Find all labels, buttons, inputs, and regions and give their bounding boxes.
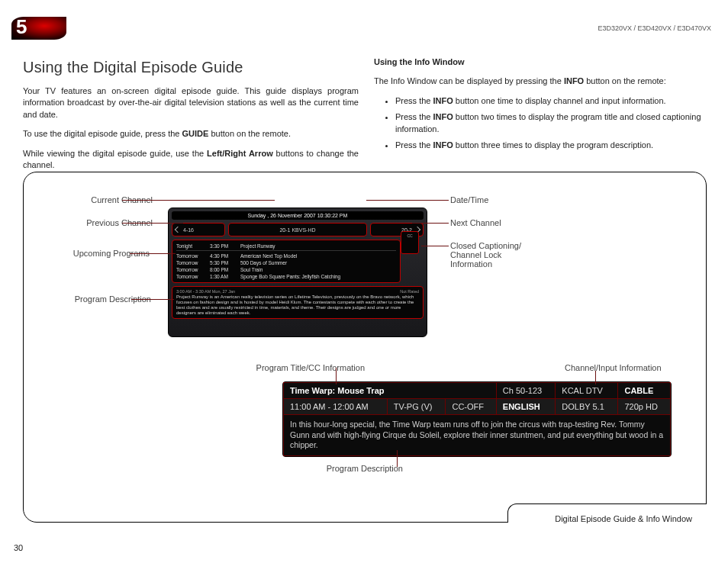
info-description: In this hour-long special, the Time Warp… — [283, 415, 671, 456]
guide-date-bar: Sunday , 26 November 2007 10:30:22 PM — [172, 211, 424, 220]
guide-current-program: Tonight3:30 PMProject Runway — [176, 243, 396, 251]
subheading-info-window: Using the Info Window — [374, 56, 710, 68]
guide-current-channel: 20-1 KBVS-HD — [228, 223, 367, 236]
section-title: Using the Digital Episode Guide — [23, 56, 359, 78]
info-rating: TV-PG (V) — [387, 399, 446, 415]
info-audio: DOLBY 5.1 — [556, 399, 618, 415]
info-res: 720p HD — [618, 399, 671, 415]
callout-date-time: Date/Time — [450, 195, 572, 204]
guide-description-box: 3:00 AM - 3:30 AM Mon, 27 JanNot Rated P… — [172, 286, 424, 319]
info-window-table: Time Warp: Mouse Trap Ch 50-123 KCAL DTV… — [283, 382, 671, 415]
para-intro: Your TV features an on-screen digital ep… — [23, 85, 359, 121]
callout-cc-lock: Closed Captioning/ Channel Lock Informat… — [450, 241, 572, 269]
info-lang: ENGLISH — [496, 399, 556, 415]
left-column: Using the Digital Episode Guide Your TV … — [23, 56, 359, 179]
info-bullet-2: Press the INFO button two times to displ… — [395, 111, 710, 135]
info-cc: CC-OFF — [446, 399, 496, 415]
info-title: Time Warp: Mouse Trap — [284, 383, 497, 399]
callout-channel-input: Channel/Input Information — [565, 363, 702, 372]
guide-cc-lock-box: CC — [401, 231, 419, 254]
info-source: CABLE — [618, 383, 671, 399]
info-station: KCAL DTV — [556, 383, 618, 399]
callout-title-cc: Program Title/CC Information — [212, 363, 365, 372]
callout-next-channel: Next Channel — [450, 218, 572, 227]
chapter-badge: 5 — [11, 17, 66, 40]
right-column: Using the Info Window The Info Window ca… — [374, 56, 710, 159]
info-window-mock: Time Warp: Mouse Trap Ch 50-123 KCAL DTV… — [282, 381, 672, 457]
info-bullet-list: Press the INFO button one time to displa… — [395, 95, 710, 152]
info-channel: Ch 50-123 — [496, 383, 556, 399]
info-time: 11:00 AM - 12:00 AM — [284, 399, 388, 415]
guide-program-list: Tonight3:30 PMProject Runway Tomorrow4:3… — [172, 240, 401, 283]
episode-guide-mock: Sunday , 26 November 2007 10:30:22 PM 4-… — [168, 208, 427, 337]
guide-channel-row: 4-16 20-1 KBVS-HD 20-2 — [172, 223, 424, 236]
info-bullet-1: Press the INFO button one time to displa… — [395, 95, 710, 107]
frame-caption: Digital Episode Guide & Info Window — [550, 514, 692, 523]
info-bullet-3: Press the INFO button three times to dis… — [395, 140, 710, 151]
para-guide-button: To use the digital episode guide, press … — [23, 128, 359, 140]
chapter-number: 5 — [16, 15, 27, 39]
model-line: E3D320VX / E3D420VX / E3D470VX — [598, 24, 711, 32]
info-intro: The Info Window can be displayed by pres… — [374, 76, 710, 87]
page-number: 30 — [14, 543, 23, 552]
guide-prev-channel: 4-16 — [172, 223, 225, 236]
para-arrow-buttons: While viewing the digital episode guide,… — [23, 148, 359, 172]
callout-program-description-info: Program Description — [281, 464, 403, 473]
